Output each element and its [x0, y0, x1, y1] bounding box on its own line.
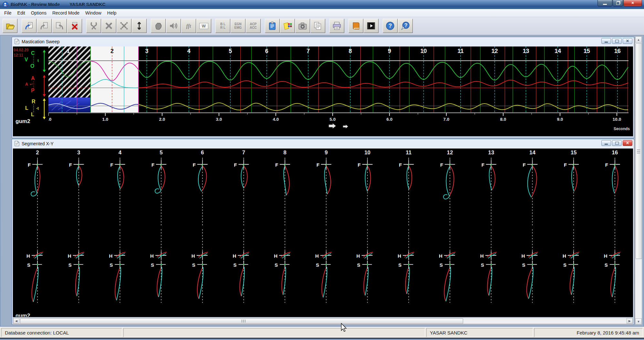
- delete-exam-icon: [70, 21, 79, 31]
- notes-icon: [267, 21, 277, 31]
- svg-text:F: F: [564, 162, 567, 168]
- segmented-minimize-button[interactable]: [601, 140, 611, 146]
- svg-text:F: F: [234, 162, 237, 168]
- app-title: BioPAK - Review Mode: [11, 2, 60, 7]
- svg-text:12: 12: [447, 149, 453, 156]
- svg-text:H: H: [357, 253, 360, 259]
- video-button[interactable]: [364, 19, 379, 33]
- svg-text:F: F: [605, 162, 608, 168]
- exam-back-icon: [39, 21, 49, 31]
- notes-button[interactable]: [265, 19, 280, 33]
- segmented-maximize-button[interactable]: [612, 140, 622, 146]
- snapshot-icon: [298, 21, 307, 31]
- vertical-scale-button[interactable]: [132, 19, 147, 33]
- vertical-scroll-thumb[interactable]: [636, 43, 642, 259]
- menu-item-options[interactable]: Options: [28, 9, 49, 16]
- bl-rl-button[interactable]: B L R L: [215, 19, 230, 33]
- mastication-sweep-chart[interactable]: 123456789101112131415160.01.02.03.04.05.…: [48, 46, 628, 136]
- manual-icon: [351, 21, 361, 31]
- menu-item-file[interactable]: File: [1, 9, 15, 16]
- mastication-window-title: Mastication Sweep: [22, 39, 60, 44]
- svg-text:10: 10: [421, 48, 427, 54]
- mastication-minimize-button[interactable]: [601, 38, 611, 44]
- segmented-xy-window: Segmented X-Y ✕ 2FHS3FHS4FHS5FHS6FHS7FHS…: [12, 139, 634, 325]
- segmented-xy-chart[interactable]: 2FHS3FHS4FHS5FHS6FHS7FHS8FHS9FHS10FHS11F…: [13, 149, 633, 317]
- delete-sweep-button[interactable]: [101, 19, 116, 33]
- mastication-title-bar[interactable]: Mastication Sweep ✕: [12, 37, 634, 46]
- markers-button[interactable]: [280, 19, 295, 33]
- status-patient-name: YASAR SANDKC: [426, 328, 533, 337]
- pliers-tool-button[interactable]: [86, 19, 101, 33]
- egn-emg-button[interactable]: EGN EMG: [231, 19, 245, 33]
- segmented-close-button[interactable]: ✕: [623, 140, 632, 146]
- svg-text:S: S: [398, 262, 401, 268]
- mastication-maximize-button[interactable]: [612, 38, 622, 44]
- segmented-title-bar[interactable]: Segmented X-Y ✕: [12, 139, 634, 148]
- mastication-close-button[interactable]: ✕: [623, 38, 632, 44]
- close-button[interactable]: ✕: [623, 0, 642, 6]
- svg-text:10.0: 10.0: [613, 117, 621, 122]
- horizontal-scroll-track[interactable]: [19, 318, 627, 324]
- svg-text:13: 13: [488, 149, 494, 156]
- svg-text:9: 9: [325, 149, 327, 156]
- grab-tool-button[interactable]: [151, 19, 166, 33]
- exam-back-button[interactable]: [37, 19, 52, 33]
- scroll-up-button[interactable]: ▲: [635, 36, 642, 43]
- svg-text:H: H: [109, 253, 112, 259]
- svg-text:04.02.20: 04.02.20: [14, 48, 29, 52]
- scroll-left-button[interactable]: ◀: [13, 318, 19, 324]
- exam-forward-button[interactable]: [52, 19, 67, 33]
- help-icon: ?: [385, 21, 395, 31]
- mastication-chart-area[interactable]: 04.02.2012:11CVtOAA↵PRL-tL 1234567891011…: [13, 46, 633, 136]
- menu-item-window[interactable]: Window: [82, 9, 104, 16]
- record-name-label-clipped: gum2: [16, 313, 30, 317]
- svg-text:16: 16: [612, 149, 618, 156]
- svg-text:S: S: [151, 262, 154, 268]
- print-button[interactable]: [329, 19, 344, 33]
- svg-text:S: S: [481, 262, 484, 268]
- restore-button[interactable]: [613, 0, 623, 6]
- open-folder-button[interactable]: [3, 19, 17, 33]
- menu-item-edit[interactable]: Edit: [15, 9, 28, 16]
- context-help-button[interactable]: ?: [398, 19, 413, 33]
- menu-item-record-mode[interactable]: Record Mode: [49, 9, 82, 16]
- vertical-scrollbar[interactable]: ▲ ▼: [635, 36, 642, 325]
- fft-button[interactable]: fft: [181, 19, 196, 33]
- snapshot-button[interactable]: [295, 19, 310, 33]
- svg-text:F: F: [28, 162, 31, 168]
- mastication-sweep-window: Mastication Sweep ✕ 04.02.2012:11CVtOAA↵…: [12, 37, 634, 138]
- acp-acc-button[interactable]: ACP ACC: [246, 19, 261, 33]
- manual-button[interactable]: [348, 19, 363, 33]
- menu-item-help[interactable]: Help: [104, 9, 119, 16]
- svg-text:S: S: [27, 262, 30, 268]
- delete-sweep-icon: [104, 21, 114, 31]
- horizontal-scrollbar[interactable]: ◀ ▶: [13, 318, 633, 324]
- import-exam-button[interactable]: [22, 19, 36, 33]
- help-button[interactable]: ?: [383, 19, 398, 33]
- scroll-right-button[interactable]: ▶: [627, 318, 633, 324]
- horizontal-scroll-thumb[interactable]: [20, 318, 463, 324]
- delete-marked-button[interactable]: [117, 19, 131, 33]
- svg-text:9.0: 9.0: [557, 117, 563, 122]
- print-icon: [332, 21, 342, 31]
- open-folder-icon: [5, 21, 15, 31]
- minimize-button[interactable]: [597, 0, 612, 6]
- svg-text:1.0: 1.0: [102, 117, 109, 122]
- audio-icon: [169, 21, 178, 31]
- copy-report-icon: [313, 21, 323, 31]
- copy-report-button[interactable]: [310, 19, 325, 33]
- menu-bar: FileEditOptionsRecord ModeWindowHelp: [0, 9, 644, 17]
- title-bar: BioPAK - Review Mode YASAR SANDKC ✕: [0, 0, 644, 9]
- svg-text:S: S: [563, 262, 566, 268]
- svg-text:F: F: [110, 162, 113, 168]
- svg-text:1: 1: [67, 48, 70, 54]
- audio-button[interactable]: [166, 19, 181, 33]
- svg-text:S: S: [275, 262, 278, 268]
- segmented-chart-area[interactable]: 2FHS3FHS4FHS5FHS6FHS7FHS8FHS9FHS10FHS11F…: [13, 149, 633, 317]
- svg-text:8: 8: [283, 149, 286, 156]
- svg-text:15: 15: [584, 48, 590, 54]
- delete-exam-button[interactable]: [67, 19, 82, 33]
- scroll-down-button[interactable]: ▼: [635, 318, 642, 325]
- svg-text:H: H: [150, 253, 154, 259]
- w-window-button[interactable]: W: [196, 19, 211, 33]
